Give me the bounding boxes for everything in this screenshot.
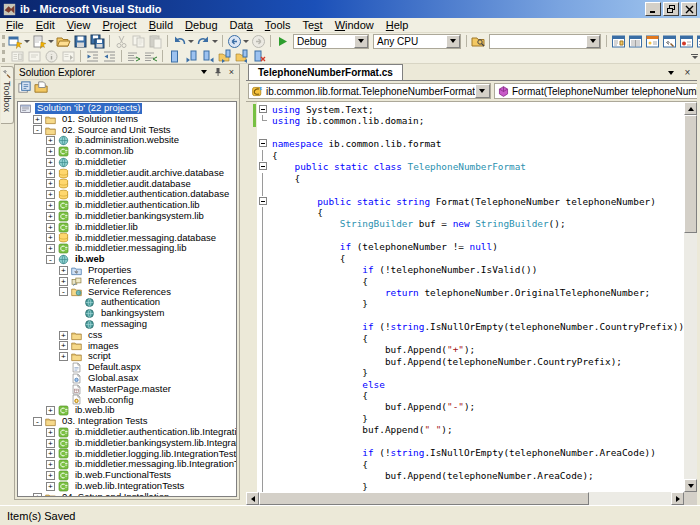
expand-icon[interactable]: + xyxy=(46,406,55,415)
solution-tree[interactable]: Solution 'ib' (22 projects)+01. Solution… xyxy=(17,101,237,497)
undo-button[interactable] xyxy=(171,34,195,49)
horizontal-scroll-thumb[interactable] xyxy=(259,492,589,505)
tree-item[interactable]: +ib.middletier.bankingsystem.lib.Integra… xyxy=(18,438,236,449)
cut-button[interactable] xyxy=(113,34,130,49)
solution-platforms-dropdown-icon[interactable] xyxy=(446,35,460,48)
menu-item-tools[interactable]: Tools xyxy=(259,18,297,32)
restore-button[interactable] xyxy=(663,2,679,16)
menu-item-file[interactable]: File xyxy=(0,18,30,32)
add-new-item-button[interactable] xyxy=(31,34,55,49)
toolbox-window-button[interactable] xyxy=(661,34,678,49)
tree-item[interactable]: +ib.middletier.audit.archive.database xyxy=(18,168,236,179)
document-tab[interactable]: TelephoneNumberFormat.cs xyxy=(248,64,403,80)
collapse-icon[interactable]: - xyxy=(33,125,42,134)
tree-item[interactable]: +01. Solution Items xyxy=(18,114,236,125)
vertical-scrollbar[interactable] xyxy=(684,102,697,492)
outlining-margin[interactable] xyxy=(257,102,270,492)
collapse-icon[interactable]: - xyxy=(46,255,55,264)
collapse-icon[interactable]: - xyxy=(59,287,68,296)
redo-button[interactable] xyxy=(195,34,219,49)
outline-cell[interactable] xyxy=(257,138,270,149)
expand-icon[interactable]: + xyxy=(46,201,55,210)
expand-icon[interactable]: + xyxy=(46,233,55,242)
scroll-right-icon[interactable] xyxy=(671,492,684,505)
menu-item-window[interactable]: Window xyxy=(329,18,380,32)
display-parameter-info-button[interactable] xyxy=(26,49,43,64)
tree-item[interactable]: web.config xyxy=(18,395,236,406)
toolbar-overflow-icon[interactable] xyxy=(691,54,698,59)
expand-icon[interactable]: + xyxy=(46,169,55,178)
outline-cell[interactable] xyxy=(257,196,270,207)
code-editor[interactable]: using System.Text;using ib.common.lib.do… xyxy=(246,101,697,505)
copy-button[interactable] xyxy=(130,34,147,49)
menu-item-view[interactable]: View xyxy=(61,18,97,32)
vertical-scroll-thumb[interactable] xyxy=(684,115,697,233)
types-combo[interactable]: ib.common.lib.format.TelephoneNumberForm… xyxy=(248,83,491,99)
collapse-region-icon[interactable] xyxy=(259,162,267,170)
outline-cell[interactable] xyxy=(257,104,270,115)
properties-icon[interactable] xyxy=(17,80,32,99)
expand-icon[interactable]: + xyxy=(46,244,55,253)
paste-button[interactable] xyxy=(147,34,164,49)
decrease-indent-button[interactable] xyxy=(84,49,101,64)
types-combo-dropdown-icon[interactable] xyxy=(475,84,490,98)
solution-explorer-window-button[interactable] xyxy=(610,34,627,49)
solution-platforms-combo[interactable]: Any CPU xyxy=(373,34,461,49)
previous-bookmark-in-folder-button[interactable] xyxy=(217,49,234,64)
toolbox-tab[interactable]: Toolbox xyxy=(1,66,14,124)
new-project-button[interactable] xyxy=(7,34,31,49)
navigate-backward-button[interactable] xyxy=(226,34,250,49)
tree-item[interactable]: +ib.middletier.messaging.lib xyxy=(18,243,236,254)
menu-item-help[interactable]: Help xyxy=(380,18,415,32)
properties-window-button[interactable] xyxy=(627,34,644,49)
minimize-button[interactable] xyxy=(645,2,661,16)
uncomment-button[interactable] xyxy=(142,49,159,64)
expand-icon[interactable]: + xyxy=(33,115,42,124)
close-panel-icon[interactable]: × xyxy=(225,66,238,78)
tree-item[interactable]: +ib.common.lib xyxy=(18,146,236,157)
collapse-region-icon[interactable] xyxy=(259,197,267,205)
menu-item-debug[interactable]: Debug xyxy=(179,18,223,32)
expand-icon[interactable]: + xyxy=(59,266,68,275)
save-all-button[interactable] xyxy=(89,34,106,49)
members-combo[interactable]: Format(TelephoneNumber telephoneNumber) xyxy=(494,83,700,99)
display-quick-info-button[interactable] xyxy=(43,49,60,64)
solution-explorer-header[interactable]: Solution Explorer × xyxy=(15,65,239,80)
window-position-icon[interactable] xyxy=(197,66,210,78)
tree-item[interactable]: +04. Setup and Installation xyxy=(18,492,236,497)
close-button[interactable] xyxy=(681,2,697,16)
tree-item[interactable]: MasterPage.master xyxy=(18,384,236,395)
display-word-completion-button[interactable] xyxy=(60,49,77,64)
object-browser-button[interactable] xyxy=(644,34,661,49)
collapse-region-icon[interactable] xyxy=(259,105,267,113)
expand-icon[interactable]: + xyxy=(46,212,55,221)
expand-icon[interactable]: + xyxy=(46,471,55,480)
outline-cell[interactable] xyxy=(257,161,270,172)
scroll-left-icon[interactable] xyxy=(246,492,259,505)
expand-icon[interactable]: + xyxy=(59,277,68,286)
menu-item-data[interactable]: Data xyxy=(224,18,259,32)
expand-icon[interactable]: + xyxy=(46,460,55,469)
show-all-files-icon[interactable] xyxy=(34,80,49,99)
clear-bookmarks-button[interactable] xyxy=(251,49,268,64)
tree-item[interactable]: +References xyxy=(18,276,236,287)
close-document-icon[interactable]: × xyxy=(681,66,694,79)
expand-icon[interactable]: + xyxy=(59,352,68,361)
tree-item[interactable]: +css xyxy=(18,330,236,341)
menu-item-project[interactable]: Project xyxy=(96,18,142,32)
scroll-down-icon[interactable] xyxy=(684,479,697,492)
menu-item-build[interactable]: Build xyxy=(143,18,179,32)
active-files-dropdown-icon[interactable] xyxy=(664,66,677,79)
expand-icon[interactable]: + xyxy=(46,158,55,167)
expand-icon[interactable]: + xyxy=(59,341,68,350)
expand-icon[interactable]: + xyxy=(46,179,55,188)
expand-icon[interactable]: + xyxy=(46,482,55,491)
next-bookmark-in-folder-button[interactable] xyxy=(234,49,251,64)
expand-icon[interactable]: + xyxy=(59,331,68,340)
solution-configurations-dropdown-icon[interactable] xyxy=(354,35,368,48)
find-in-files-button[interactable] xyxy=(470,34,487,49)
increase-indent-button[interactable] xyxy=(101,49,118,64)
expand-icon[interactable]: + xyxy=(46,439,55,448)
horizontal-scrollbar[interactable] xyxy=(246,492,684,505)
collapse-region-icon[interactable] xyxy=(259,139,267,147)
